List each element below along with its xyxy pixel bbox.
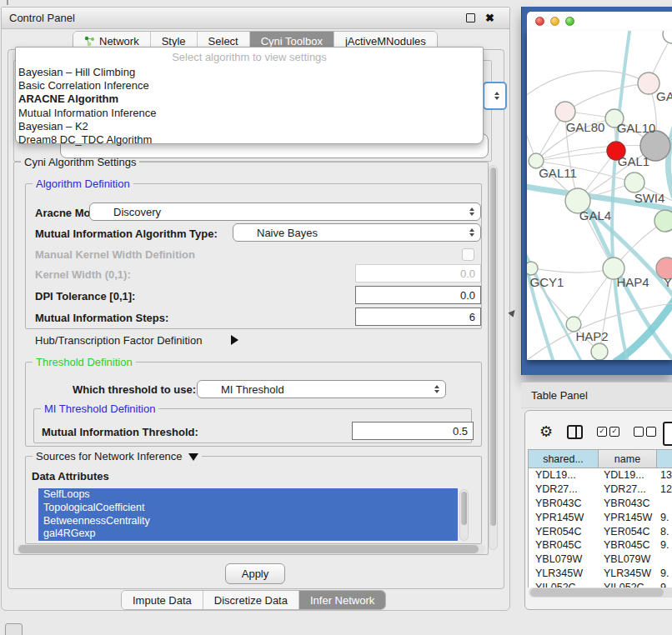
table-row[interactable]: YPR145WYPR145W9. [529,510,672,524]
hub-section-label: Hub/Transcription Factor Definition [35,334,202,347]
gear-icon[interactable]: ⚙ [539,424,553,439]
mi-steps-input[interactable]: 6 [355,308,481,326]
network-node[interactable] [555,102,575,122]
zoom-traffic-light-icon[interactable] [565,17,574,26]
algorithm-dropdown-list: Bayesian – Hill ClimbingBasic Correlatio… [16,66,483,147]
column-header-shared-name[interactable]: shared... [529,450,599,468]
algorithm-option[interactable]: ARACNE Algorithm [16,92,483,106]
split-columns-icon[interactable] [567,425,583,439]
table-cell: 12 [657,483,672,495]
settings-vertical-scrollbar[interactable] [489,165,498,550]
network-node[interactable] [591,343,608,360]
network-canvas[interactable]: GALGAL80GAL10GAL11GAL1SWI4GAL4GCY1HAP4YH… [527,31,672,360]
table-cell: YPR145W [529,512,599,523]
settings-horizontal-scrollbar[interactable] [17,544,485,554]
node-label: Y [664,275,672,289]
tab-label: Network [99,35,139,48]
mi-algorithm-type-combobox[interactable]: Naive Bayes [233,223,481,242]
node-label: HAP4 [616,275,649,289]
algorithm-option[interactable]: Dream8 DC_TDC Algorithm [16,133,483,147]
apply-button[interactable]: Apply [225,563,285,584]
decorative-tick [7,0,8,5]
algorithm-option[interactable]: Bayesian – K2 [16,120,483,133]
network-window: GALGAL80GAL10GAL11GAL1SWI4GAL4GCY1HAP4YH… [521,7,672,375]
attributes-vertical-scrollbar[interactable] [459,489,469,541]
algorithm-option[interactable]: Bayesian – Hill Climbing [16,66,483,79]
tab-label: Cyni Toolbox [261,35,323,48]
table-row[interactable]: YDL19...YDL19...13 [529,468,672,482]
network-node[interactable] [663,31,672,43]
data-attribute-item[interactable]: SelfLoops [38,488,458,502]
deselect-all-checkboxes-icon[interactable] [634,427,656,437]
sources-title: Sources for Network Inference [33,450,202,462]
data-attribute-item[interactable]: TopologicalCoefficient [38,502,458,515]
dpi-tolerance-input[interactable]: 0.0 [355,286,481,304]
kernel-width-input[interactable]: 0.0 [355,264,481,282]
aracne-mode-combobox[interactable]: Discovery [89,202,481,221]
dpi-tolerance-label: DPI Tolerance [0,1]: [35,290,135,302]
table-cell: YDL19... [599,469,657,481]
algorithm-option[interactable]: Mutual Information Inference [16,107,483,120]
table-horizontal-scrollbar[interactable] [529,588,672,598]
mi-steps-label: Mutual Information Steps: [35,312,168,324]
network-node[interactable] [527,262,538,275]
table-row[interactable]: YLR345WYLR345W9. [529,567,672,581]
table-row[interactable]: YBR043CYBR043C [529,497,672,511]
network-node[interactable] [624,172,644,192]
which-threshold-value: MI Threshold [198,383,284,396]
node-label: GAL1 [618,154,649,168]
data-attribute-item[interactable]: BetweennessCentrality [38,515,458,528]
table-cell: 9. [657,539,672,551]
manual-kernel-width-checkbox[interactable] [462,248,474,261]
node-label: SWI4 [634,191,665,205]
sources-collapse-arrow-icon[interactable] [188,453,198,461]
table-cell: YER054C [599,526,657,538]
float-window-icon[interactable] [466,13,475,22]
minimize-traffic-light-icon[interactable] [550,17,559,26]
tab-discretize-data[interactable]: Discretize Data [203,591,299,609]
table-panel-header: Table Panel [521,382,672,408]
select-all-checkboxes-icon[interactable]: ✓✓ [597,427,619,437]
tab-label: Select [208,35,238,48]
minimized-panel-icon[interactable] [5,623,23,635]
mi-threshold-input[interactable]: 0.5 [352,422,474,440]
threshold-definition-title: Threshold Definition [33,356,136,368]
table-cell: YIL052C [599,582,657,588]
column-header-partial[interactable] [657,450,672,468]
algorithm-option[interactable]: Basic Correlation Inference [16,79,483,92]
algorithm-combobox-arrow[interactable] [483,82,507,110]
algorithm-dropdown-popup: Select algorithm to view settings Bayesi… [15,47,484,144]
data-attribute-item[interactable]: gal4RGexp [38,528,458,541]
close-icon[interactable]: ✖ [485,12,494,23]
table-cell: YBL079W [599,553,657,565]
column-header-name[interactable]: name [599,450,657,468]
tab-label: Style [162,35,186,48]
sources-title-text: Sources for Network Inference [36,450,183,462]
network-window-titlebar [527,12,672,31]
network-node[interactable] [654,210,672,232]
tab-impute-data[interactable]: Impute Data [122,591,203,609]
table-row[interactable]: YBL079WYBL079W [529,552,672,567]
node-label: GAL80 [566,120,605,134]
hub-expand-arrow-icon[interactable] [231,335,238,345]
data-attributes-list[interactable]: SelfLoopsTopologicalCoefficientBetweenne… [38,488,458,542]
which-threshold-combobox[interactable]: MI Threshold [197,380,446,398]
table-toolbar: ⚙ ✓✓ [525,418,672,446]
node-label: GAL11 [539,166,577,180]
tab-label: Impute Data [133,594,192,607]
close-traffic-light-icon[interactable] [535,17,544,26]
table-header-row: shared... name [529,450,672,468]
table-row[interactable]: YIL052CYIL052C9 [529,580,672,588]
tab-infer-network[interactable]: Infer Network [299,591,385,609]
node-label: GCY1 [530,275,564,289]
table-row[interactable]: YER054CYER054C8. [529,524,672,538]
table-row[interactable]: YDR27...YDR27...12 [529,482,672,497]
node-label: HAP2 [575,329,608,343]
table-cell: YER054C [529,526,599,538]
table-cell: YDL19... [529,469,599,481]
table-cell: YBR045C [529,539,599,551]
table-row[interactable]: YBR045CYBR045C9. [529,538,672,552]
function-builder-icon[interactable] [663,422,672,446]
tab-label: Infer Network [310,594,374,607]
algorithm-dropdown-placeholder: Select algorithm to view settings [16,50,483,66]
